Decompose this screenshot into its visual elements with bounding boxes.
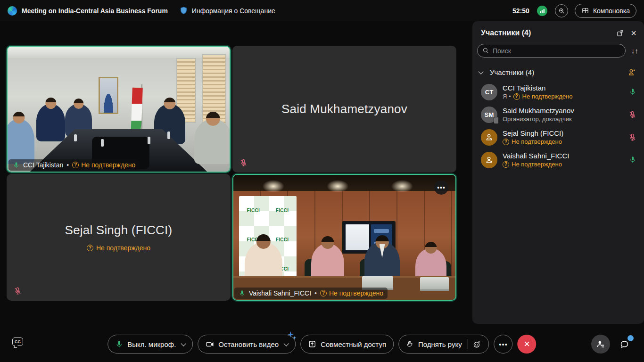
grid-layout-icon (581, 7, 589, 15)
participant-status: Не подтверждено (522, 93, 573, 100)
unverified-participants-icon (627, 68, 636, 77)
share-content-button[interactable]: Совместный доступ (300, 335, 394, 354)
layout-button[interactable]: Компоновка (575, 4, 636, 18)
participant-texts: CCI Tajikistan Я • ? Не подтверждено (503, 84, 624, 100)
participants-section-header[interactable]: Участники (4) (472, 62, 644, 81)
tile-center: Sejal Singh (FICCI) ?Не подтверждено (7, 174, 231, 301)
connection-quality-indicator[interactable] (537, 6, 547, 16)
unverified-icon: ? (87, 245, 93, 251)
delegate-head (206, 112, 220, 126)
mic-muted-icon (14, 287, 22, 295)
stop-video-button[interactable]: Остановить видео (198, 335, 296, 354)
zoom-search-button[interactable] (555, 4, 568, 17)
layout-button-label: Компоновка (593, 7, 630, 15)
avatar (481, 152, 497, 168)
magnifier-plus-icon (558, 7, 565, 15)
water-bottle (101, 139, 104, 147)
participant-row-cci-tajikistan[interactable]: CT CCI Tajikistan Я • ? Не подтверждено (472, 81, 644, 103)
cc-icon: CC (12, 337, 23, 346)
participants-toggle-button[interactable] (591, 335, 610, 354)
video-tile-sejal-singh[interactable]: Sejal Singh (FICCI) ?Не подтверждено (7, 174, 231, 301)
signal-bars-icon (539, 8, 545, 14)
participants-search-input[interactable] (477, 44, 626, 58)
participant-mic-on-button[interactable] (629, 156, 636, 164)
tajikistan-room-video (8, 47, 230, 172)
mute-button[interactable]: Выкл. микроф. (107, 335, 193, 354)
wall-portrait (99, 77, 118, 115)
separator-dot: • (66, 161, 69, 169)
attendee-head (375, 235, 389, 249)
share-button-label: Совместный доступ (321, 340, 386, 348)
slide-content (346, 224, 369, 250)
video-tile-said-mukhametzyanov[interactable]: Said Mukhametzyanov (232, 46, 456, 173)
participant-row-sejal-singh[interactable]: Sejal Singh (FICCI) ? Не подтверждено (472, 126, 644, 148)
meeting-timer: 52:50 (512, 7, 529, 15)
ficci-logo-text: FICCI (247, 208, 260, 213)
attendee-head (322, 236, 334, 249)
unverified-icon: ? (72, 162, 79, 168)
search-box (477, 44, 626, 58)
chat-toggle-button[interactable] (615, 335, 634, 354)
chevron-down-icon (478, 69, 483, 74)
toolbar-right-group (591, 335, 634, 354)
control-toolbar: CC Выкл. микроф. Остановить видео Совмес… (0, 326, 644, 362)
mic-on-icon (629, 156, 636, 164)
raise-hand-button[interactable]: Поднять руку (398, 335, 489, 354)
mic-muted-icon (628, 133, 636, 141)
meeting-info-button[interactable]: Информация о Совещание (179, 6, 275, 15)
leave-meeting-button[interactable]: × (518, 335, 537, 354)
avatar: CT (481, 84, 497, 100)
attendee-head (256, 234, 270, 248)
participant-mic-on-button[interactable] (629, 88, 636, 96)
guest-person-icon (485, 132, 494, 142)
chat-bubble-icon (619, 339, 629, 349)
attendee-head (425, 242, 437, 254)
toolbar-center-group: Выкл. микроф. Остановить видео Совместны… (107, 335, 536, 354)
chevron-down-icon[interactable] (283, 341, 289, 346)
avatar-initials: CT (485, 89, 493, 96)
water-bottle (167, 132, 170, 139)
participant-subtitle: Я • ? Не подтверждено (503, 93, 624, 100)
participant-texts: Vaishali Sahni_FICCI ? Не подтверждено (503, 152, 624, 168)
guest-person-icon (485, 155, 494, 165)
unverified-icon: ? (320, 290, 327, 296)
more-options-button[interactable]: ••• (494, 335, 513, 354)
video-tile-cci-tajikistan[interactable]: CCI Tajikistan • ?Не подтверждено (7, 46, 231, 173)
raised-hand-icon (406, 340, 414, 348)
tile-status: ?Не подтверждено (72, 161, 135, 169)
delegate-head (164, 98, 175, 109)
video-tile-vaishali-sahni[interactable]: FICCI FICCI FICCI FICCI FICCI FICCI ••• … (232, 174, 456, 301)
closed-captions-button[interactable]: CC (12, 337, 23, 346)
top-bar: Meeting on India-Central Asia Business F… (0, 0, 644, 21)
close-panel-button[interactable]: × (631, 29, 636, 37)
water-bottle (148, 137, 150, 144)
mic-on-icon (13, 162, 20, 169)
delegate-head (13, 112, 25, 123)
avatar: SM (481, 107, 497, 123)
participant-row-said-mukhametzyanov[interactable]: SM Said Mukhametzyanov Организатор, докл… (472, 103, 644, 126)
tile-name: Vaishali Sahni_FICCI (249, 289, 311, 297)
participants-panel-header: Участники (4) × (472, 21, 644, 43)
meeting-title: Meeting on India-Central Asia Business F… (22, 7, 168, 15)
sort-participants-button[interactable]: ↓↑ (631, 47, 638, 55)
chevron-down-icon[interactable] (181, 341, 186, 346)
participants-search-row: ↓↑ (472, 43, 644, 62)
popout-icon (616, 29, 624, 37)
button-divider (467, 339, 468, 349)
participant-row-vaishali-sahni[interactable]: Vaishali Sahni_FICCI ? Не подтверждено (472, 148, 644, 171)
participant-mic-muted-button[interactable] (628, 111, 636, 119)
tile-more-options-button[interactable]: ••• (434, 181, 448, 195)
tile-name: Sejal Singh (FICCI) (65, 223, 173, 238)
unverified-icon: ? (503, 161, 509, 168)
popout-panel-button[interactable] (616, 29, 624, 37)
ficci-logo-text: FICCI (276, 237, 289, 242)
laptop (420, 277, 449, 291)
mic-on-icon (239, 290, 246, 297)
reactions-smiley-icon[interactable] (473, 340, 482, 349)
participant-status: Не подтверждено (512, 138, 562, 145)
tile-name-label: CCI Tajikistan • ?Не подтверждено (8, 159, 140, 171)
delegate-head (45, 98, 56, 108)
tile-name-label: Vaishali Sahni_FICCI • ?Не подтверждено (234, 288, 388, 299)
participant-mic-muted-button[interactable] (628, 133, 636, 141)
tile-name: CCI Tajikistan (23, 161, 63, 169)
